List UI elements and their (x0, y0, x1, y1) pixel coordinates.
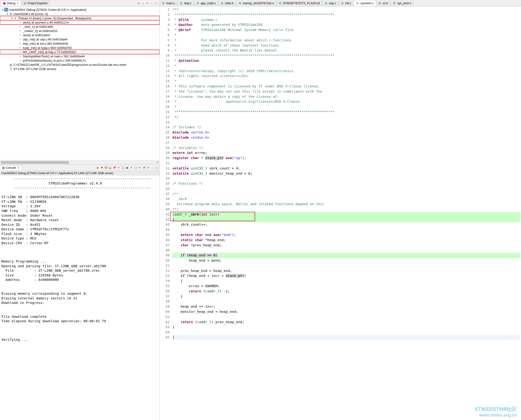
scrollbar-thumb[interactable] (1, 161, 69, 164)
stackframe-icon: ≡ (18, 29, 22, 33)
maximize-icon[interactable]: ▢ (155, 166, 159, 170)
bug-icon: 🐞 (3, 2, 6, 5)
stackframe-icon: ≡ (18, 33, 22, 37)
file-icon: 🗎 (180, 2, 183, 5)
file-icon: 🗎 (279, 2, 282, 5)
stack-frame[interactable]: ≡pxPortInitialiseStack() at port.c:208 0… (0, 58, 160, 62)
editor-tab-cc-h[interactable]: 🗎cc.h (376, 1, 391, 6)
editor-tab-lwip-c[interactable]: 🗎lwip.c (178, 1, 194, 6)
debug-tab[interactable]: 🐞Debug✕ (0, 1, 21, 6)
debug-tabs: 🐞Debug✕ 🗀Project Explorer ⇲ ⌂ ▾ ─ ▢ (0, 0, 160, 7)
folder-icon: 🗀 (24, 2, 27, 5)
close-icon[interactable]: ✕ (17, 2, 19, 5)
stackframe-icon: ≡ (18, 50, 22, 54)
dropdown1-icon[interactable]: ▾ (129, 166, 133, 170)
stack-frame[interactable]: ≡StartAppMainTask() at main.c:381 0x8000… (0, 54, 160, 58)
minimize-icon[interactable]: ─ (151, 166, 154, 170)
stackframe-icon: ≡ (18, 25, 22, 29)
left-panel: 🐞Debug✕ 🗀Project Explorer ⇲ ⌂ ▾ ─ ▢ ▾CUs… (0, 0, 160, 420)
stack-frame[interactable]: ≡udp_init() at udp.c:90 0x8016ae4 (0, 37, 160, 41)
scroll-right-icon[interactable]: ▸ (156, 160, 160, 164)
editor-tabs: 🗎main.c🗎lwip.c🗎app_code.c🗎stdio.h🗎startu… (160, 0, 521, 7)
thread-icon: ❖ (14, 16, 17, 20)
menu-icon[interactable]: ▾ (145, 1, 149, 5)
display-icon[interactable]: 🖵 (134, 166, 137, 170)
tree-stlink[interactable]: 🗄ST-LINK (ST-LINK GDB server) (0, 67, 160, 71)
console-subheader: UseAliSDK2 Debug [STM32 Cortex-M C/C++ A… (0, 171, 160, 176)
editor-tab-init-c[interactable]: 🗎init.c (339, 1, 354, 6)
stackframe-icon: ≡ (18, 21, 22, 24)
editor-panel: 🗎main.c🗎lwip.c🗎app_code.c🗎stdio.h🗎startu… (160, 0, 521, 420)
file-icon: 🗎 (221, 2, 224, 5)
new-console-icon[interactable]: 🗗 (142, 166, 146, 170)
code-area[interactable]: /** ************************************… (171, 7, 521, 420)
stackframe-icon: ≡ (18, 59, 22, 62)
minimize-icon[interactable]: ─ (150, 1, 154, 5)
stack-frame[interactable]: ≡_malloc_r() at 0x801a510 (0, 29, 160, 33)
editor-tab-startup_stm32f767zitx-s[interactable]: 🗎startup_stm32f767zitx.s (236, 1, 277, 6)
console-output[interactable]: ----------------------------------------… (0, 176, 160, 420)
terminal-icon[interactable]: ▣ (125, 166, 129, 170)
editor-tab-stdio-h[interactable]: 🗎stdio.h (219, 1, 236, 6)
stop-icon[interactable]: ■ (95, 166, 99, 170)
debug-toolbar: ⇲ ⌂ ▾ ─ ▢ (136, 1, 159, 5)
project-explorer-tab[interactable]: 🗀Project Explorer (22, 1, 50, 6)
stackframe-icon: ≡ (18, 37, 22, 41)
file-icon: 🗎 (162, 2, 165, 5)
editor-tab-main-c[interactable]: 🗎main.c (160, 1, 178, 6)
dropdown3-icon[interactable]: ▾ (146, 166, 150, 170)
tree-app[interactable]: ▾CUseAliSDK2 Debug [STM32 Cortex-M C/C++… (0, 8, 160, 12)
db-icon: 🗄 (9, 67, 13, 71)
editor-tab-app_code-c[interactable]: 🗎app_code.c (194, 1, 219, 6)
stack-frame[interactable]: ≡_sbrk_r() at 0x801a6fc (0, 24, 160, 29)
tree-thread[interactable]: ▾❖Thread #1 [main] 1 [core: 0] (Suspende… (0, 16, 160, 20)
stack-frame[interactable]: ≡rand() at 0x801a5c0 (0, 33, 160, 37)
stackframe-icon: ≡ (18, 42, 22, 45)
console-icon: ▤ (2, 166, 5, 169)
editor-tab-sysmem-c[interactable]: 🗎sysmem.c (354, 1, 376, 6)
horizontal-scrollbar[interactable]: ▸ (0, 160, 160, 164)
console-toolbar: ■ ✖ ⌫ 🔒 📌 ↩ 📋 ▣ ▾ 🖵 ▾ 🗗 ▾ ─ ▢ (95, 166, 160, 170)
file-icon: 🗎 (341, 2, 344, 5)
clear-icon[interactable]: ⌫ (104, 166, 108, 170)
editor-tab-sys_arch-c[interactable]: 🗎sys_arch.c (391, 1, 414, 6)
file-icon: 🗎 (325, 2, 328, 5)
tree-elf[interactable]: ▾⚙UseAliSDK2.elf [cores: 0] (0, 12, 160, 16)
editor-tab-STM32F767ZITX_FLASH-ld[interactable]: 🗎STM32F767ZITX_FLASH.ld (277, 1, 322, 6)
stack-frame[interactable]: ≡tcpip_init() at tcpip.c:604 0x800d792 (0, 45, 160, 50)
debug-view: 🐞Debug✕ 🗀Project Explorer ⇲ ⌂ ▾ ─ ▢ ▾CUs… (0, 0, 160, 165)
wordwrap-icon[interactable]: ↩ (117, 166, 120, 170)
file-icon: 🗎 (393, 2, 396, 5)
scroll-lock-icon[interactable]: 🔒 (108, 166, 112, 170)
dropdown2-icon[interactable]: ▾ (138, 166, 142, 170)
application-icon: C (4, 8, 8, 12)
collapse-icon[interactable]: ⇲ (136, 1, 140, 5)
stack-frame[interactable]: ≡lwip_init() at init.c:362 0x800e836 (0, 41, 160, 45)
remove-icon[interactable]: ✖ (100, 166, 103, 170)
line-gutter: 1234567891011121314151617181920212223242… (160, 7, 171, 420)
maximize-icon[interactable]: ▢ (154, 1, 158, 5)
editor-tab-udp-c[interactable]: 🗎udp.c (322, 1, 339, 6)
home-icon[interactable]: ⌂ (141, 1, 145, 5)
debug-tree[interactable]: ▾CUseAliSDK2 Debug [STM32 Cortex-M C/C++… (0, 7, 160, 160)
watermark: STM32/STM8社区 www.stmcu.org.cn (475, 406, 517, 418)
stack-frame[interactable]: ≡MX_LWIP_Init() at lwip.c:73 0x80050b2 (0, 50, 160, 54)
stackframe-icon: ≡ (18, 54, 22, 58)
file-icon: 🗎 (196, 2, 199, 5)
close-icon[interactable]: ✕ (17, 166, 20, 169)
tree-gdb[interactable]: ▣C:/STM32CubeIDE_1.0.1/STM32CubeIDE/plug… (0, 62, 160, 67)
chip-icon: ▣ (9, 63, 13, 67)
file-icon: 🗎 (239, 2, 242, 5)
gear-icon: ⚙ (9, 12, 13, 16)
editor-body[interactable]: 1234567891011121314151617181920212223242… (160, 7, 521, 420)
tab-label: Project Explorer (28, 2, 47, 5)
file-icon: 🗎 (378, 2, 382, 5)
stackframe-icon: ≡ (18, 46, 22, 50)
console-tabs: ▤Console✕ ■ ✖ ⌫ 🔒 📌 ↩ 📋 ▣ ▾ 🖵 ▾ 🗗 ▾ ─ ▢ (0, 165, 160, 171)
console-tab[interactable]: ▤Console✕ (0, 165, 22, 170)
stack-frame[interactable]: ≡sbrk() at sysmem.c:49 0x800127e (0, 20, 160, 24)
file-icon: 🗎 (356, 2, 359, 5)
copy-icon[interactable]: 📋 (121, 166, 125, 170)
pin-icon[interactable]: 📌 (112, 166, 116, 170)
tab-label: Debug (7, 2, 15, 5)
